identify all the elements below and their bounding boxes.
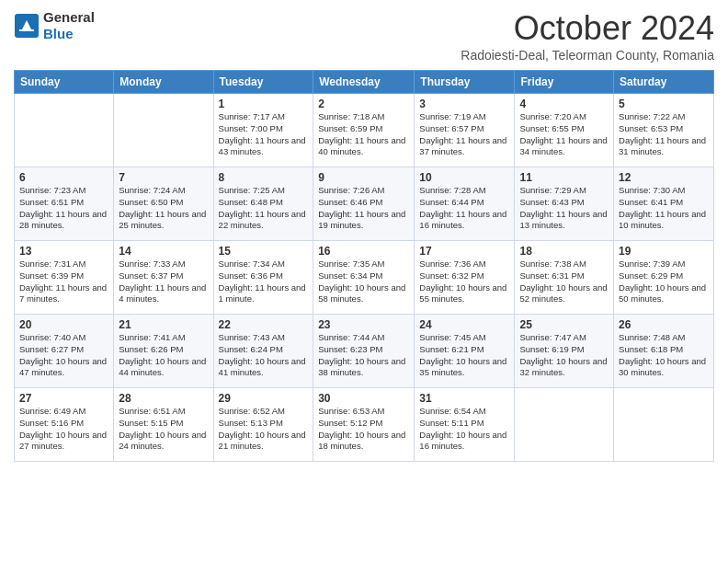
week-row-4: 20Sunrise: 7:40 AM Sunset: 6:27 PM Dayli… — [15, 315, 714, 388]
day-header-wednesday: Wednesday — [313, 71, 415, 94]
day-number: 25 — [519, 318, 609, 331]
day-info: Sunrise: 7:18 AM Sunset: 6:59 PM Dayligh… — [318, 111, 409, 158]
day-number: 4 — [519, 98, 609, 110]
day-number: 30 — [318, 392, 409, 405]
calendar-cell: 25Sunrise: 7:47 AM Sunset: 6:19 PM Dayli… — [515, 315, 614, 388]
day-number: 5 — [619, 98, 709, 110]
calendar-cell — [515, 388, 614, 462]
calendar-cell: 28Sunrise: 6:51 AM Sunset: 5:15 PM Dayli… — [114, 388, 213, 462]
calendar-cell: 10Sunrise: 7:28 AM Sunset: 6:44 PM Dayli… — [415, 167, 515, 241]
day-info: Sunrise: 7:31 AM Sunset: 6:39 PM Dayligh… — [19, 259, 108, 305]
calendar-cell: 7Sunrise: 7:24 AM Sunset: 6:50 PM Daylig… — [114, 167, 213, 241]
title-area: October 2024 Radoiesti-Deal, Teleorman C… — [461, 9, 714, 63]
calendar-cell: 21Sunrise: 7:41 AM Sunset: 6:26 PM Dayli… — [114, 315, 213, 388]
calendar-cell — [15, 94, 114, 167]
calendar-cell: 27Sunrise: 6:49 AM Sunset: 5:16 PM Dayli… — [15, 388, 114, 462]
day-number: 3 — [419, 98, 509, 110]
day-number: 20 — [19, 318, 108, 331]
day-info: Sunrise: 7:44 AM Sunset: 6:23 PM Dayligh… — [318, 332, 409, 379]
day-info: Sunrise: 6:52 AM Sunset: 5:13 PM Dayligh… — [219, 406, 309, 453]
day-info: Sunrise: 7:30 AM Sunset: 6:41 PM Dayligh… — [619, 185, 709, 232]
day-info: Sunrise: 7:20 AM Sunset: 6:55 PM Dayligh… — [519, 111, 609, 158]
calendar-cell: 20Sunrise: 7:40 AM Sunset: 6:27 PM Dayli… — [15, 315, 114, 388]
day-info: Sunrise: 7:36 AM Sunset: 6:32 PM Dayligh… — [419, 259, 509, 305]
day-number: 1 — [219, 98, 309, 110]
calendar-cell: 13Sunrise: 7:31 AM Sunset: 6:39 PM Dayli… — [15, 241, 114, 315]
calendar-cell: 6Sunrise: 7:23 AM Sunset: 6:51 PM Daylig… — [15, 167, 114, 241]
day-info: Sunrise: 7:39 AM Sunset: 6:29 PM Dayligh… — [619, 259, 709, 305]
calendar-cell: 11Sunrise: 7:29 AM Sunset: 6:43 PM Dayli… — [515, 167, 614, 241]
day-info: Sunrise: 7:41 AM Sunset: 6:26 PM Dayligh… — [119, 332, 208, 379]
calendar-cell: 3Sunrise: 7:19 AM Sunset: 6:57 PM Daylig… — [415, 94, 515, 167]
day-number: 10 — [419, 171, 509, 184]
logo-blue: Blue — [43, 26, 74, 41]
day-info: Sunrise: 7:48 AM Sunset: 6:18 PM Dayligh… — [619, 332, 709, 379]
day-info: Sunrise: 7:23 AM Sunset: 6:51 PM Dayligh… — [19, 185, 108, 232]
day-info: Sunrise: 6:51 AM Sunset: 5:15 PM Dayligh… — [119, 406, 208, 453]
day-number: 11 — [519, 171, 609, 184]
day-number: 18 — [519, 245, 609, 258]
day-info: Sunrise: 7:35 AM Sunset: 6:34 PM Dayligh… — [318, 259, 409, 305]
day-info: Sunrise: 7:22 AM Sunset: 6:53 PM Dayligh… — [619, 111, 709, 158]
calendar-cell: 17Sunrise: 7:36 AM Sunset: 6:32 PM Dayli… — [415, 241, 515, 315]
calendar-cell: 23Sunrise: 7:44 AM Sunset: 6:23 PM Dayli… — [313, 315, 415, 388]
logo: General Blue — [14, 9, 95, 42]
calendar-cell: 12Sunrise: 7:30 AM Sunset: 6:41 PM Dayli… — [614, 167, 714, 241]
day-number: 12 — [619, 171, 709, 184]
calendar-cell: 4Sunrise: 7:20 AM Sunset: 6:55 PM Daylig… — [515, 94, 614, 167]
day-header-sunday: Sunday — [15, 71, 114, 94]
day-number: 16 — [318, 245, 409, 258]
day-number: 2 — [318, 98, 409, 110]
day-info: Sunrise: 6:53 AM Sunset: 5:12 PM Dayligh… — [318, 406, 409, 453]
day-number: 28 — [119, 392, 208, 405]
calendar-header-row: SundayMondayTuesdayWednesdayThursdayFrid… — [15, 71, 714, 94]
day-number: 19 — [619, 245, 709, 258]
day-info: Sunrise: 7:26 AM Sunset: 6:46 PM Dayligh… — [318, 185, 409, 232]
day-number: 29 — [219, 392, 309, 405]
day-info: Sunrise: 7:40 AM Sunset: 6:27 PM Dayligh… — [19, 332, 108, 379]
calendar-cell: 2Sunrise: 7:18 AM Sunset: 6:59 PM Daylig… — [313, 94, 415, 167]
location: Radoiesti-Deal, Teleorman County, Romani… — [461, 48, 714, 63]
calendar-cell: 29Sunrise: 6:52 AM Sunset: 5:13 PM Dayli… — [213, 388, 313, 462]
calendar-cell: 26Sunrise: 7:48 AM Sunset: 6:18 PM Dayli… — [614, 315, 714, 388]
day-number: 8 — [219, 171, 309, 184]
logo-text: General Blue — [43, 9, 95, 42]
calendar-cell: 16Sunrise: 7:35 AM Sunset: 6:34 PM Dayli… — [313, 241, 415, 315]
week-row-5: 27Sunrise: 6:49 AM Sunset: 5:16 PM Dayli… — [15, 388, 714, 462]
calendar-cell — [614, 388, 714, 462]
day-header-thursday: Thursday — [415, 71, 515, 94]
day-number: 21 — [119, 318, 208, 331]
calendar-cell — [114, 94, 213, 167]
calendar-cell: 15Sunrise: 7:34 AM Sunset: 6:36 PM Dayli… — [213, 241, 313, 315]
day-number: 9 — [318, 171, 409, 184]
day-header-tuesday: Tuesday — [213, 71, 313, 94]
day-number: 31 — [419, 392, 509, 405]
calendar-cell: 8Sunrise: 7:25 AM Sunset: 6:48 PM Daylig… — [213, 167, 313, 241]
day-number: 13 — [19, 245, 108, 258]
day-number: 26 — [619, 318, 709, 331]
day-info: Sunrise: 7:38 AM Sunset: 6:31 PM Dayligh… — [519, 259, 609, 305]
header: General Blue October 2024 Radoiesti-Deal… — [14, 9, 714, 63]
day-number: 23 — [318, 318, 409, 331]
day-info: Sunrise: 7:45 AM Sunset: 6:21 PM Dayligh… — [419, 332, 509, 379]
day-info: Sunrise: 7:47 AM Sunset: 6:19 PM Dayligh… — [519, 332, 609, 379]
day-number: 7 — [119, 171, 208, 184]
day-header-monday: Monday — [114, 71, 213, 94]
day-number: 14 — [119, 245, 208, 258]
calendar-cell: 24Sunrise: 7:45 AM Sunset: 6:21 PM Dayli… — [415, 315, 515, 388]
calendar-cell: 9Sunrise: 7:26 AM Sunset: 6:46 PM Daylig… — [313, 167, 415, 241]
logo-icon — [14, 13, 40, 39]
week-row-1: 1Sunrise: 7:17 AM Sunset: 7:00 PM Daylig… — [15, 94, 714, 167]
day-info: Sunrise: 6:54 AM Sunset: 5:11 PM Dayligh… — [419, 406, 509, 453]
day-header-saturday: Saturday — [614, 71, 714, 94]
calendar-cell: 30Sunrise: 6:53 AM Sunset: 5:12 PM Dayli… — [313, 388, 415, 462]
svg-rect-2 — [19, 29, 34, 31]
calendar-cell: 31Sunrise: 6:54 AM Sunset: 5:11 PM Dayli… — [415, 388, 515, 462]
week-row-2: 6Sunrise: 7:23 AM Sunset: 6:51 PM Daylig… — [15, 167, 714, 241]
day-number: 22 — [219, 318, 309, 331]
day-header-friday: Friday — [515, 71, 614, 94]
day-info: Sunrise: 7:28 AM Sunset: 6:44 PM Dayligh… — [419, 185, 509, 232]
day-info: Sunrise: 7:17 AM Sunset: 7:00 PM Dayligh… — [219, 111, 309, 158]
day-info: Sunrise: 7:33 AM Sunset: 6:37 PM Dayligh… — [119, 259, 208, 305]
day-info: Sunrise: 7:34 AM Sunset: 6:36 PM Dayligh… — [219, 259, 309, 305]
